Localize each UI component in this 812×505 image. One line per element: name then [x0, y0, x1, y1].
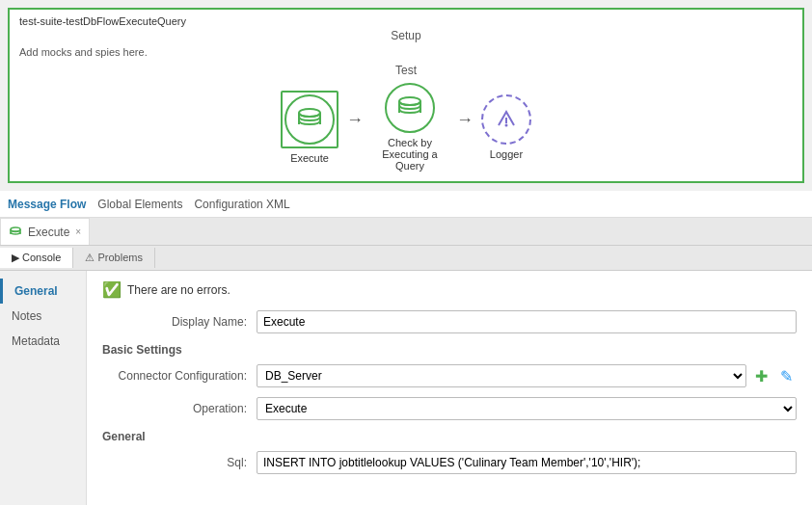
sidebar-metadata[interactable]: Metadata: [0, 329, 86, 354]
message-flow-nav: Message Flow Global Elements Configurati…: [0, 191, 812, 218]
console-tab[interactable]: ▶ Console: [0, 248, 73, 268]
connector-config-label: Connector Configuration:: [102, 369, 257, 383]
basic-settings-title: Basic Settings: [102, 343, 797, 357]
svg-point-3: [505, 124, 508, 127]
db-check-icon: [394, 93, 425, 123]
sql-row: Sql:: [102, 451, 797, 474]
nav-global-elements[interactable]: Global Elements: [97, 198, 182, 211]
connector-select-wrap: DB_Server ✚ ✎: [257, 364, 797, 387]
display-name-label: Display Name:: [102, 315, 257, 329]
problems-tab[interactable]: ⚠ Problems: [73, 248, 155, 268]
bottom-panel: General Notes Metadata ✅ There are no er…: [0, 271, 812, 505]
operation-select[interactable]: Execute: [257, 397, 797, 420]
execute-node[interactable]: Execute: [281, 91, 338, 164]
connector-config-row: Connector Configuration: DB_Server ✚ ✎: [102, 364, 797, 387]
logger-icon: [493, 106, 520, 133]
display-name-row: Display Name:: [102, 310, 797, 333]
operation-label: Operation:: [102, 402, 257, 415]
problems-icon: ⚠: [85, 252, 95, 263]
setup-label: Setup: [19, 29, 793, 42]
left-sidebar: General Notes Metadata: [0, 271, 87, 505]
execute-tab-db-icon: [9, 226, 22, 239]
flow-nodes: Execute → Check byExecuting a Query →: [19, 83, 793, 172]
arrow-1: →: [346, 110, 364, 130]
check-node[interactable]: Check byExecuting a Query: [371, 83, 448, 172]
flow-title: test-suite-testDbFlowExecuteQuery: [19, 15, 793, 27]
error-bar: ✅ There are no errors.: [102, 280, 797, 299]
sql-label: Sql:: [102, 456, 257, 469]
mocks-text: Add mocks and spies here.: [19, 46, 793, 58]
execute-tab[interactable]: Execute ×: [0, 218, 90, 245]
add-connector-button[interactable]: ✚: [750, 365, 771, 386]
nav-message-flow[interactable]: Message Flow: [8, 198, 86, 211]
tab-strip: Execute ×: [0, 218, 812, 246]
main-content: ✅ There are no errors. Display Name: Bas…: [87, 271, 812, 505]
inner-tabs: ▶ Console ⚠ Problems: [0, 246, 812, 271]
connector-config-select[interactable]: DB_Server: [257, 364, 746, 387]
logger-node[interactable]: Logger: [481, 94, 531, 160]
sidebar-general[interactable]: General: [0, 279, 86, 304]
execute-tab-close[interactable]: ×: [75, 226, 81, 237]
general-section-title: General: [102, 430, 797, 443]
edit-connector-button[interactable]: ✎: [775, 365, 797, 386]
no-error-icon: ✅: [102, 280, 122, 299]
nav-config-xml[interactable]: Configuration XML: [194, 198, 289, 211]
display-name-input[interactable]: [257, 310, 797, 333]
check-node-label: Check byExecuting a Query: [371, 137, 448, 172]
error-message: There are no errors.: [127, 283, 230, 297]
console-icon: ▶: [12, 252, 19, 263]
execute-node-label: Execute: [290, 152, 329, 164]
sidebar-notes[interactable]: Notes: [0, 304, 86, 329]
sql-input[interactable]: [257, 451, 797, 474]
logger-node-label: Logger: [490, 148, 523, 160]
test-label: Test: [19, 64, 793, 77]
execute-tab-label: Execute: [28, 226, 69, 239]
flow-diagram: test-suite-testDbFlowExecuteQuery Setup …: [8, 8, 804, 183]
arrow-2: →: [456, 110, 474, 130]
db-execute-icon: [294, 104, 325, 135]
operation-row: Operation: Execute: [102, 397, 797, 420]
